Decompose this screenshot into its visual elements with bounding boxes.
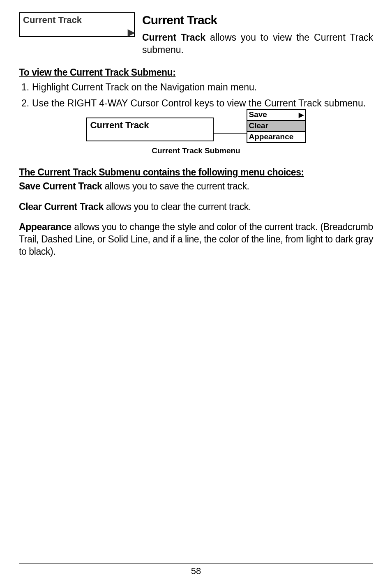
page-footer: 58 (19, 563, 373, 576)
submenu-figure: Current Track Save ▶ Clear Appearance (86, 116, 306, 143)
figure-caption: Current Track Submenu (19, 146, 373, 155)
submenu-figure-left-label: Current Track (90, 120, 149, 130)
submenu-row-clear: Clear (247, 120, 305, 131)
submenu-row-clear-label: Clear (249, 121, 269, 131)
page-title: Current Track (142, 13, 373, 27)
submenu-figure-left-box: Current Track (86, 118, 214, 141)
choices-heading: The Current Track Submenu contains the f… (19, 167, 373, 178)
save-paragraph: Save Current Track allows you to save th… (19, 180, 373, 193)
step-1-text: Highlight Current Track on the Navigatio… (32, 82, 257, 92)
arrow-right-icon: ▶ (299, 111, 304, 119)
step-2-number: 2. (21, 97, 29, 109)
appearance-rest: allows you to change the style and color… (19, 221, 373, 257)
save-rest: allows you to save the current track. (102, 181, 249, 191)
appearance-strong: Appearance (19, 221, 71, 232)
appearance-paragraph: Appearance allows you to change the styl… (19, 221, 373, 258)
arrow-right-icon: ▶ (128, 28, 135, 37)
clear-rest: allows you to clear the current track. (104, 201, 251, 212)
step-1-number: 1. (21, 81, 29, 93)
submenu-row-appearance: Appearance (247, 131, 305, 142)
submenu-row-appearance-label: Appearance (249, 132, 294, 142)
submenu-figure-connector (214, 133, 247, 134)
intro-text: Current Track allows you to view the Cur… (142, 32, 373, 56)
menu-box-label: Current Track (23, 15, 82, 25)
save-strong: Save Current Track (19, 181, 102, 191)
footer-divider (19, 563, 373, 564)
step-2-text: Use the RIGHT 4-WAY Cursor Control keys … (32, 98, 366, 108)
step-2: 2. Use the RIGHT 4-WAY Cursor Control ke… (32, 97, 373, 109)
submenu-row-save: Save ▶ (247, 110, 305, 120)
clear-paragraph: Clear Current Track allows you to clear … (19, 201, 373, 213)
clear-strong: Clear Current Track (19, 201, 104, 212)
intro-strong: Current Track (142, 32, 205, 43)
view-submenu-heading: To view the Current Track Submenu: (19, 67, 373, 78)
submenu-figure-right-box: Save ▶ Clear Appearance (247, 109, 306, 143)
submenu-row-save-label: Save (249, 110, 267, 120)
page-number: 58 (19, 566, 373, 576)
title-divider (142, 29, 373, 29)
step-1: 1. Highlight Current Track on the Naviga… (32, 81, 373, 93)
menu-box-current-track: Current Track ▶ (19, 12, 135, 37)
